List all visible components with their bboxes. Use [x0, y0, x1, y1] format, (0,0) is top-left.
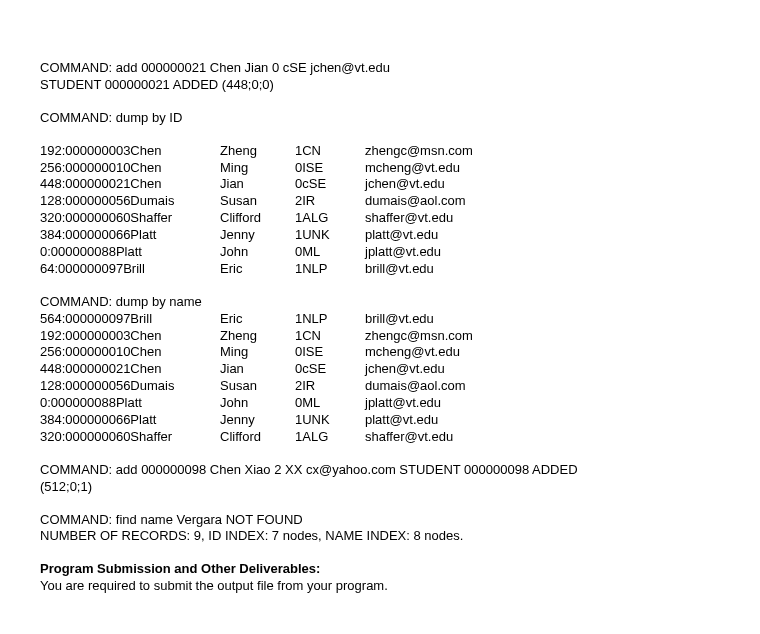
table-row: 0:000000088PlattJohn0MLjplatt@vt.edu [40, 244, 720, 261]
table-cell: 448:000000021Chen [40, 361, 220, 378]
table-cell: Clifford [220, 429, 295, 446]
table-cell: jchen@vt.edu [365, 176, 445, 193]
table-cell: dumais@aol.com [365, 193, 466, 210]
table-cell: 256:000000010Chen [40, 160, 220, 177]
table-cell: 0cSE [295, 176, 365, 193]
student-added-1: STUDENT 000000021 ADDED (448;0;0) [40, 77, 720, 94]
table-cell: Jenny [220, 412, 295, 429]
table-cell: 1UNK [295, 227, 365, 244]
table-cell: 1NLP [295, 311, 365, 328]
table-cell: 1ALG [295, 210, 365, 227]
table-cell: jchen@vt.edu [365, 361, 445, 378]
table-cell: 0:000000088Platt [40, 244, 220, 261]
table-cell: 2IR [295, 378, 365, 395]
table-row: 564:000000097BrillEric1NLPbrill@vt.edu [40, 311, 720, 328]
table-row: 64:000000097BrillEric1NLPbrill@vt.edu [40, 261, 720, 278]
table-cell: 384:000000066Platt [40, 412, 220, 429]
table-cell: Zheng [220, 328, 295, 345]
table-cell: John [220, 395, 295, 412]
table-cell: 64:000000097Brill [40, 261, 220, 278]
table-cell: 192:000000003Chen [40, 328, 220, 345]
table-cell: Jenny [220, 227, 295, 244]
command-dump-id: COMMAND: dump by ID [40, 110, 720, 127]
table-cell: zhengc@msn.com [365, 328, 473, 345]
table-dump-by-id: 192:000000003ChenZheng1CNzhengc@msn.com2… [40, 143, 720, 278]
command-add-1: COMMAND: add 000000021 Chen Jian 0 cSE j… [40, 60, 720, 77]
table-row: 448:000000021ChenJian0cSEjchen@vt.edu [40, 361, 720, 378]
table-cell: Jian [220, 176, 295, 193]
table-cell: 0ML [295, 244, 365, 261]
table-cell: brill@vt.edu [365, 311, 434, 328]
table-cell: Ming [220, 160, 295, 177]
table-row: 384:000000066PlattJenny1UNKplatt@vt.edu [40, 227, 720, 244]
table-cell: 564:000000097Brill [40, 311, 220, 328]
table-cell: jplatt@vt.edu [365, 395, 441, 412]
table-row: 384:000000066PlattJenny1UNKplatt@vt.edu [40, 412, 720, 429]
table-dump-by-name: 564:000000097BrillEric1NLPbrill@vt.edu19… [40, 311, 720, 446]
table-row: 448:000000021ChenJian0cSEjchen@vt.edu [40, 176, 720, 193]
command-find: COMMAND: find name Vergara NOT FOUND [40, 512, 720, 529]
table-cell: dumais@aol.com [365, 378, 466, 395]
command-dump-name: COMMAND: dump by name [40, 294, 720, 311]
table-cell: 1ALG [295, 429, 365, 446]
table-cell: 128:000000056Dumais [40, 193, 220, 210]
table-cell: 1CN [295, 328, 365, 345]
table-cell: jplatt@vt.edu [365, 244, 441, 261]
number-of-records: NUMBER OF RECORDS: 9, ID INDEX: 7 nodes,… [40, 528, 720, 545]
table-cell: 0ISE [295, 344, 365, 361]
table-cell: Susan [220, 378, 295, 395]
table-cell: mcheng@vt.edu [365, 344, 460, 361]
table-row: 256:000000010ChenMing0ISEmcheng@vt.edu [40, 160, 720, 177]
table-row: 0:000000088PlattJohn0MLjplatt@vt.edu [40, 395, 720, 412]
table-cell: brill@vt.edu [365, 261, 434, 278]
table-cell: Ming [220, 344, 295, 361]
table-cell: Eric [220, 261, 295, 278]
table-cell: 384:000000066Platt [40, 227, 220, 244]
table-cell: zhengc@msn.com [365, 143, 473, 160]
table-cell: Eric [220, 311, 295, 328]
table-cell: Susan [220, 193, 295, 210]
table-cell: Zheng [220, 143, 295, 160]
submission-body: You are required to submit the output fi… [40, 578, 720, 595]
table-cell: 0cSE [295, 361, 365, 378]
table-row: 320:000000060ShafferClifford1ALGshaffer@… [40, 210, 720, 227]
table-cell: 320:000000060Shaffer [40, 210, 220, 227]
table-row: 128:000000056DumaisSusan2IRdumais@aol.co… [40, 193, 720, 210]
table-cell: 1NLP [295, 261, 365, 278]
table-cell: platt@vt.edu [365, 412, 438, 429]
table-cell: shaffer@vt.edu [365, 429, 453, 446]
submission-heading: Program Submission and Other Deliverable… [40, 561, 720, 578]
table-cell: 2IR [295, 193, 365, 210]
table-cell: 1UNK [295, 412, 365, 429]
table-row: 320:000000060ShafferClifford1ALGshaffer@… [40, 429, 720, 446]
table-cell: 256:000000010Chen [40, 344, 220, 361]
table-cell: mcheng@vt.edu [365, 160, 460, 177]
table-row: 192:000000003ChenZheng1CNzhengc@msn.com [40, 328, 720, 345]
table-cell: 1CN [295, 143, 365, 160]
table-cell: platt@vt.edu [365, 227, 438, 244]
table-cell: 320:000000060Shaffer [40, 429, 220, 446]
command-add-2-line1: COMMAND: add 000000098 Chen Xiao 2 XX cx… [40, 462, 720, 479]
table-row: 128:000000056DumaisSusan2IRdumais@aol.co… [40, 378, 720, 395]
table-cell: 448:000000021Chen [40, 176, 220, 193]
table-row: 256:000000010ChenMing0ISEmcheng@vt.edu [40, 344, 720, 361]
table-cell: 128:000000056Dumais [40, 378, 220, 395]
table-cell: 0ML [295, 395, 365, 412]
table-cell: 0ISE [295, 160, 365, 177]
table-cell: Jian [220, 361, 295, 378]
table-cell: 0:000000088Platt [40, 395, 220, 412]
table-cell: shaffer@vt.edu [365, 210, 453, 227]
command-add-2-line2: (512;0;1) [40, 479, 720, 496]
table-cell: John [220, 244, 295, 261]
table-cell: 192:000000003Chen [40, 143, 220, 160]
table-cell: Clifford [220, 210, 295, 227]
table-row: 192:000000003ChenZheng1CNzhengc@msn.com [40, 143, 720, 160]
